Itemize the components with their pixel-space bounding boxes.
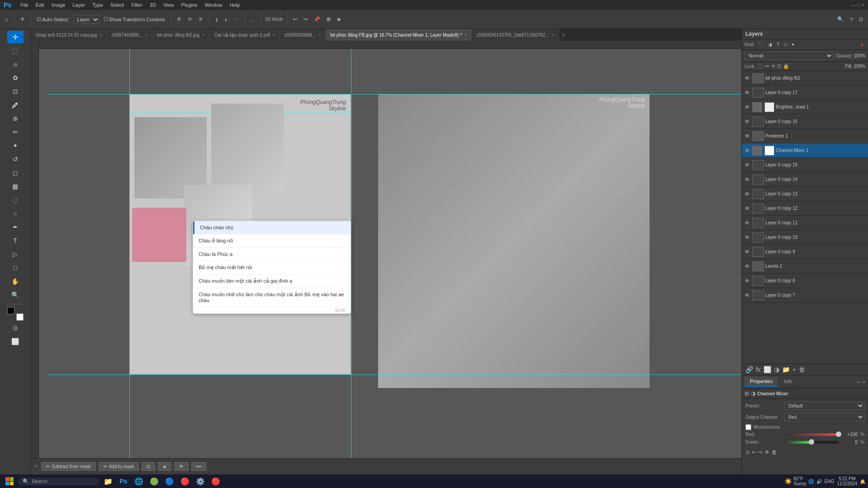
canvas-scene[interactable]: PhùngQuangTrungSkyline PhùngQuangTrungSk… (39, 49, 741, 474)
lock-all-btn[interactable]: 🔒 (783, 63, 789, 69)
layer-vis-icon[interactable]: 👁 (744, 89, 751, 96)
tab-3-close[interactable]: × (202, 33, 204, 37)
refine-btn[interactable]: ◈ (158, 462, 171, 471)
home-tool-btn[interactable]: ⌂ (3, 15, 10, 24)
clone-tool[interactable]: ✦ (7, 139, 24, 152)
channel-undo-btn[interactable]: ↩ (752, 449, 756, 455)
layer-item-0-copy-16[interactable]: 👁 Layer 0 copy 16 (742, 114, 868, 129)
layer-vis-icon[interactable]: 👁 (744, 234, 751, 241)
menu-image[interactable]: Image (52, 2, 66, 8)
blur-tool[interactable]: ◌ (7, 194, 24, 206)
type-tool[interactable]: T (7, 234, 24, 247)
layer-vis-icon[interactable]: 👁 (744, 104, 751, 111)
layer-vis-icon[interactable]: 👁 (744, 190, 751, 198)
layer-item-0-copy-7[interactable]: 👁 Layer 0 copy 7 (742, 288, 868, 303)
layer-vis-icon[interactable]: 👁 (744, 133, 751, 140)
filter-type-btn[interactable]: T (775, 41, 781, 48)
tab-7[interactable]: z5889596143755_2de8711f60762... × (472, 29, 559, 41)
tab-5-close[interactable]: × (318, 33, 321, 37)
layer-new-btn[interactable]: + (792, 366, 796, 373)
chat-msg-2[interactable]: Cháu ở làng nũ (193, 234, 351, 248)
path-select-tool[interactable]: ▷ (7, 248, 24, 261)
menu-layer[interactable]: Layer (72, 2, 85, 8)
filter-smart-btn[interactable]: ✦ (789, 41, 797, 48)
auto-select-type-dropdown[interactable]: Layer (73, 15, 100, 24)
lock-position-btn[interactable]: ✢ (771, 63, 775, 69)
hand-tool[interactable]: ✋ (7, 275, 24, 288)
channel-reset-btn[interactable]: ⊙ (745, 449, 750, 455)
tab-3[interactable]: bé phúc đăng fb2.jpg × (153, 29, 210, 41)
more-tabs-btn[interactable]: » (559, 32, 568, 38)
monochrome-checkbox[interactable] (745, 424, 751, 430)
layer-item-be-phuc-dang-fb2[interactable]: 👁 bé phúc đăng fb2 (742, 71, 868, 85)
screen-mode-btn[interactable]: ⬜ (7, 335, 24, 348)
layer-group-btn[interactable]: 📁 (782, 366, 790, 373)
layer-vis-icon[interactable]: 👁 (744, 147, 751, 154)
dist-more-btn[interactable]: ⋯ (232, 15, 241, 24)
menu-filter[interactable]: Filter (131, 2, 142, 8)
layer-delete-btn[interactable]: 🗑 (799, 366, 805, 373)
channel-view-btn[interactable]: 👁 (764, 449, 770, 455)
blend-mode-dropdown[interactable]: Normal (745, 52, 833, 60)
layer-vis-icon[interactable]: 👁 (744, 161, 751, 169)
lock-artboard-btn[interactable]: ⊡ (777, 63, 781, 69)
layer-item-levels-1[interactable]: 👁 Levels 1 (742, 259, 868, 274)
add-to-mask-btn[interactable]: ✏ Add to mask (99, 462, 139, 471)
tab-2[interactable]: z5887460880... × (107, 29, 152, 41)
notification-btn[interactable]: 🔔 (860, 479, 865, 484)
search-btn[interactable]: 🔍 (835, 15, 846, 24)
extras-btn[interactable]: ◈ (335, 15, 343, 24)
menu-edit[interactable]: Edit (36, 2, 44, 8)
more-btn[interactable]: ••• (191, 462, 206, 471)
lasso-tool[interactable]: ⌾ (7, 58, 24, 71)
filter-adjustment-btn[interactable]: ◑ (766, 41, 774, 48)
layer-item-0-copy-9[interactable]: 👁 Layer 0 copy 9 (742, 245, 868, 259)
layer-item-0-copy-15[interactable]: 👁 Layer 0 copy 15 (742, 158, 868, 172)
menu-file[interactable]: File (20, 2, 28, 8)
layer-item-0-copy-12[interactable]: 👁 Layer 0 copy 12 (742, 201, 868, 216)
start-button[interactable] (3, 476, 16, 487)
shape-tool[interactable]: □ (7, 261, 24, 274)
history-tool[interactable]: ↺ (7, 153, 24, 166)
healing-tool[interactable]: ⊕ (7, 112, 24, 125)
eyedropper-tool[interactable]: 💉 (7, 99, 24, 111)
lock-pixels-btn[interactable]: ✏ (765, 63, 769, 69)
layer-adjustment-btn[interactable]: ◑ (774, 366, 779, 373)
quick-select-tool[interactable]: ✿ (7, 71, 24, 84)
brush-tool[interactable]: ✏ (7, 126, 24, 138)
layer-link-btn[interactable]: 🔗 (745, 366, 753, 373)
chat-msg-1[interactable]: Cháu chào chú (193, 221, 351, 234)
tab-properties[interactable]: Properties (745, 377, 778, 387)
layer-vis-icon[interactable]: 👁 (744, 263, 751, 270)
show-transform-btn[interactable]: ☐ Show Transform Controls (101, 15, 167, 24)
layer-vis-icon[interactable]: 👁 (744, 292, 751, 299)
invert-btn[interactable]: ⊡ (142, 462, 155, 471)
tab-7-close[interactable]: × (552, 33, 554, 37)
props-close-btn[interactable]: × (863, 379, 865, 384)
volume-icon[interactable]: 🔊 (816, 479, 822, 484)
props-channel-btn[interactable]: ◑ (751, 390, 755, 397)
layer-vis-icon[interactable]: 👁 (744, 75, 751, 82)
tab-4-close[interactable]: × (273, 33, 275, 37)
select-rect-tool[interactable]: ⬚ (7, 44, 24, 57)
gradient-tool[interactable]: ▦ (7, 180, 24, 193)
taskbar-app4[interactable]: ⚙️ (194, 475, 207, 488)
layer-vis-icon[interactable]: 👁 (744, 248, 751, 256)
filter-shape-btn[interactable]: □ (782, 41, 788, 48)
chat-msg-4[interactable]: Bố mẹ cháu mất hết rồi (193, 261, 351, 275)
layer-item-0-copy-10[interactable]: 👁 Layer 0 copy 10 (742, 230, 868, 245)
network-icon[interactable]: 🌐 (808, 479, 814, 484)
menu-window[interactable]: Window (205, 2, 223, 8)
output-channel-dropdown[interactable]: Red (784, 413, 864, 422)
taskbar-edge[interactable]: 🔵 (163, 475, 176, 488)
zoom-tool[interactable]: 🔍 (7, 289, 24, 301)
channel-redo-btn[interactable]: ↪ (758, 449, 763, 455)
align-right-btn[interactable]: ⊪ (197, 15, 206, 24)
menu-help[interactable]: Help (230, 2, 240, 8)
green-slider-thumb[interactable] (809, 439, 814, 445)
chat-msg-3[interactable]: Cháu là Phúc a (193, 248, 351, 261)
taskbar-explorer[interactable]: 📁 (101, 475, 115, 488)
layer-item-0-copy-8[interactable]: 👁 Layer 0 copy 8 (742, 274, 868, 288)
red-slider-thumb[interactable] (836, 431, 841, 437)
share-btn[interactable]: ⊡ (857, 15, 865, 24)
